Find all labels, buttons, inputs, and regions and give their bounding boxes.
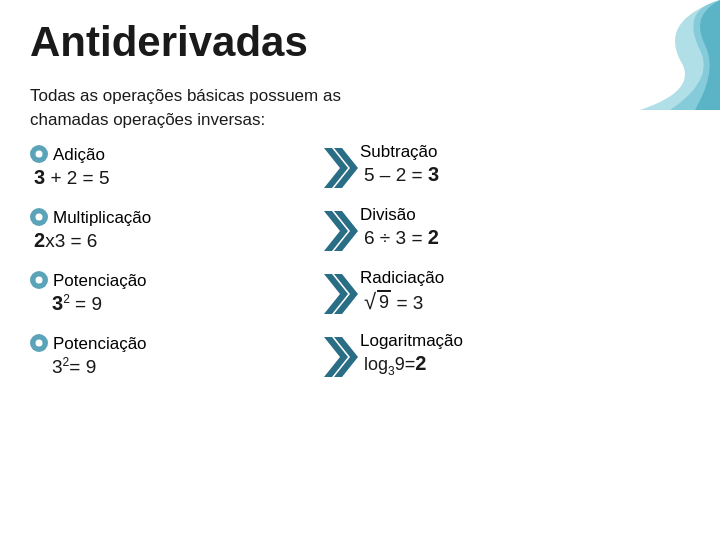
- label-adicao: Adição: [30, 142, 320, 165]
- math-potenciacao2: 32= 9: [34, 355, 320, 378]
- bullet-multiplicacao: [30, 208, 48, 226]
- label-divisao: Divisão: [360, 205, 690, 225]
- label-divisao-text: Divisão: [360, 205, 416, 225]
- label-radiciacao: Radiciação: [360, 268, 690, 288]
- log-expression: log39=2: [364, 354, 426, 374]
- label-adicao-text: Adição: [53, 145, 105, 165]
- intro-text: Todas as operações básicas possuem as ch…: [30, 84, 690, 132]
- math-divisao: 6 ÷ 3 = 2: [364, 226, 690, 249]
- sqrt-expression: √9: [364, 289, 391, 315]
- label-subtracao-text: Subtração: [360, 142, 438, 162]
- arrow-1: [320, 142, 360, 194]
- chevron-icon-2: [322, 209, 358, 257]
- left-potenciacao1: Potenciação 32 = 9: [30, 268, 320, 321]
- label-multiplicacao: Multiplicação: [30, 205, 320, 228]
- label-subtracao: Subtração: [360, 142, 690, 162]
- chevron-icon-4: [322, 335, 358, 383]
- right-logaritmacao: Logaritmação log39=2: [360, 331, 690, 384]
- section-potenciacao2: Potenciação 32= 9 Logaritmação log39=2: [30, 331, 690, 384]
- math-potenciacao1: 32 = 9: [34, 292, 320, 315]
- label-logaritmacao: Logaritmação: [360, 331, 690, 351]
- bullet-potenciacao2: [30, 334, 48, 352]
- label-logaritmacao-text: Logaritmação: [360, 331, 463, 351]
- right-divisao: Divisão 6 ÷ 3 = 2: [360, 205, 690, 255]
- math-radiciacao: √9 = 3: [364, 289, 690, 315]
- label-potenciacao1-text: Potenciação: [53, 271, 147, 291]
- bullet-potenciacao1: [30, 271, 48, 289]
- chevron-icon-3: [322, 272, 358, 320]
- arrow-3: [320, 268, 360, 320]
- bullet-adicao: [30, 145, 48, 163]
- label-potenciacao2: Potenciação: [30, 331, 320, 354]
- right-subtracao: Subtração 5 – 2 = 3: [360, 142, 690, 192]
- math-multiplicacao: 2x3 = 6: [34, 229, 320, 252]
- arrow-2: [320, 205, 360, 257]
- left-multiplicacao: Multiplicação 2x3 = 6: [30, 205, 320, 258]
- section-potenciacao1: Potenciação 32 = 9 Radiciação √9: [30, 268, 690, 321]
- left-potenciacao2: Potenciação 32= 9: [30, 331, 320, 384]
- label-radiciacao-text: Radiciação: [360, 268, 444, 288]
- page-title: Antiderivadas: [30, 18, 690, 66]
- math-subtracao: 5 – 2 = 3: [364, 163, 690, 186]
- section-adicao: Adição 3 + 2 = 5 Subtração 5 – 2 = 3: [30, 142, 690, 195]
- right-radiciacao: Radiciação √9 = 3: [360, 268, 690, 321]
- arrow-4: [320, 331, 360, 383]
- math-adicao: 3 + 2 = 5: [34, 166, 320, 189]
- math-logaritmacao: log39=2: [364, 352, 690, 378]
- label-potenciacao1: Potenciação: [30, 268, 320, 291]
- section-multiplicacao: Multiplicação 2x3 = 6 Divisão 6 ÷ 3 = 2: [30, 205, 690, 258]
- left-adicao: Adição 3 + 2 = 5: [30, 142, 320, 195]
- label-multiplicacao-text: Multiplicação: [53, 208, 151, 228]
- chevron-icon-1: [322, 146, 358, 194]
- label-potenciacao2-text: Potenciação: [53, 334, 147, 354]
